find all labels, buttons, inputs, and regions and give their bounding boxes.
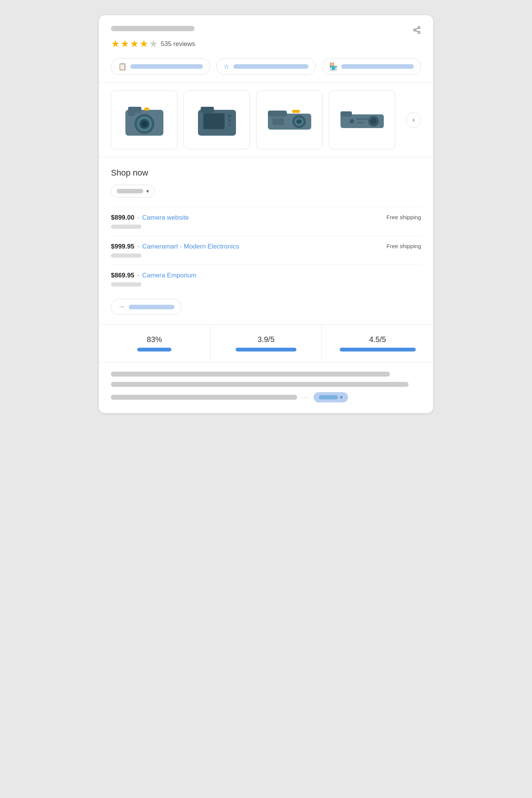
more-label <box>129 305 174 309</box>
listing-3: $869.95 · Camera Emporium <box>111 264 421 293</box>
chevron-down-expand-icon: ▾ <box>340 394 343 400</box>
reviews-label <box>233 64 308 69</box>
svg-point-24 <box>296 119 302 124</box>
listing-3-main: $869.95 · Camera Emporium <box>111 272 421 279</box>
overview-button[interactable]: 📋 <box>111 58 210 75</box>
expand-label <box>319 395 338 399</box>
svg-rect-33 <box>356 122 364 124</box>
listing-1: $899.00 · Camera website Free shipping <box>111 207 421 236</box>
arrow-right-icon: → <box>118 303 125 311</box>
listing-1-sub <box>111 225 141 229</box>
svg-point-18 <box>228 119 231 122</box>
svg-point-31 <box>350 119 354 124</box>
star-1: ★ <box>111 38 120 50</box>
listing-1-main: $899.00 · Camera website Free shipping <box>111 214 421 222</box>
stat-2: 3.9/5 <box>211 325 322 362</box>
listing-1-left: $899.00 · Camera website <box>111 214 189 222</box>
shop-section: Shop now ▾ $899.00 · Camera website Free… <box>99 157 433 325</box>
svg-rect-25 <box>292 110 300 113</box>
filter-pill[interactable]: ▾ <box>111 185 155 198</box>
svg-line-4 <box>416 28 418 30</box>
svg-rect-28 <box>340 111 352 117</box>
header-section: ★ ★ ★ ★ ★ 535 reviews 📋 ☆ 🏪 <box>99 15 433 83</box>
star-rating: ★ ★ ★ ★ ★ <box>111 38 158 50</box>
listing-2: $999.95 · Cameramart - Modern Electronic… <box>111 236 421 264</box>
listing-2-seller[interactable]: Cameramart - Modern Electronics <box>142 243 239 250</box>
expand-button[interactable]: ▾ <box>314 392 348 402</box>
image-3[interactable] <box>256 90 323 149</box>
svg-rect-32 <box>356 118 368 120</box>
footer-line-1 <box>111 372 390 377</box>
listing-3-price: $869.95 <box>111 272 134 279</box>
svg-point-19 <box>228 124 231 126</box>
chevron-down-icon: ▾ <box>146 188 149 194</box>
listing-2-shipping: Free shipping <box>386 243 421 249</box>
ellipsis-icon: ··· <box>302 394 309 401</box>
star-icon: ☆ <box>223 62 230 71</box>
listing-3-sub <box>111 282 141 287</box>
stores-button[interactable]: 🏪 <box>322 58 421 75</box>
stat-3: 4.5/5 <box>322 325 433 362</box>
action-buttons-row: 📋 ☆ 🏪 <box>111 58 421 75</box>
images-row: › <box>111 90 421 149</box>
filter-text <box>117 189 143 193</box>
svg-rect-12 <box>128 111 135 116</box>
stores-label <box>341 64 414 69</box>
store-icon: 🏪 <box>329 62 337 71</box>
stat-1-bar <box>137 348 171 352</box>
image-2[interactable] <box>184 90 250 149</box>
listing-3-seller[interactable]: Camera Emporium <box>142 272 196 279</box>
star-5: ★ <box>149 38 158 50</box>
star-2: ★ <box>120 38 129 50</box>
listing-1-shipping: Free shipping <box>386 214 421 220</box>
product-title-placeholder <box>111 26 195 31</box>
stats-section: 83% 3.9/5 4.5/5 <box>99 325 433 363</box>
stat-1: 83% <box>99 325 211 362</box>
stat-1-value: 83% <box>106 335 203 344</box>
stat-2-bar <box>236 348 296 352</box>
more-button[interactable]: → <box>111 299 182 315</box>
svg-point-30 <box>370 118 377 124</box>
stat-3-value: 4.5/5 <box>329 335 426 344</box>
svg-point-11 <box>142 121 147 127</box>
next-arrow-button[interactable]: › <box>406 112 421 128</box>
star-4: ★ <box>139 38 148 50</box>
reviews-button[interactable]: ☆ <box>216 58 315 75</box>
footer-line-2 <box>111 382 408 387</box>
footer-section: ··· ▾ <box>99 363 433 413</box>
share-icon[interactable] <box>413 26 421 36</box>
star-3: ★ <box>130 38 139 50</box>
overview-icon: 📋 <box>118 62 127 71</box>
listing-2-sub <box>111 253 141 258</box>
svg-line-3 <box>416 30 418 32</box>
listing-2-left: $999.95 · Cameramart - Modern Electronic… <box>111 243 239 250</box>
overview-label <box>130 64 203 69</box>
shop-title: Shop now <box>111 168 421 178</box>
svg-rect-14 <box>201 107 214 113</box>
footer-line-3 <box>111 395 297 400</box>
image-1[interactable] <box>111 90 177 149</box>
footer-last-row: ··· ▾ <box>111 392 421 402</box>
listing-1-price: $899.00 <box>111 214 134 222</box>
images-section: › <box>99 83 433 157</box>
listing-2-price: $999.95 <box>111 243 134 250</box>
svg-rect-21 <box>268 111 287 117</box>
rating-row: ★ ★ ★ ★ ★ 535 reviews <box>111 38 421 50</box>
svg-point-17 <box>228 114 231 118</box>
svg-rect-7 <box>144 108 149 111</box>
listing-3-left: $869.95 · Camera Emporium <box>111 272 196 279</box>
review-count: 535 reviews <box>161 40 195 48</box>
svg-rect-16 <box>204 114 224 129</box>
stat-3-bar <box>340 348 416 352</box>
listing-2-main: $999.95 · Cameramart - Modern Electronic… <box>111 243 421 250</box>
image-4[interactable] <box>329 90 395 149</box>
listing-1-seller[interactable]: Camera website <box>142 214 189 222</box>
stat-2-value: 3.9/5 <box>218 335 314 344</box>
svg-rect-26 <box>272 118 284 125</box>
